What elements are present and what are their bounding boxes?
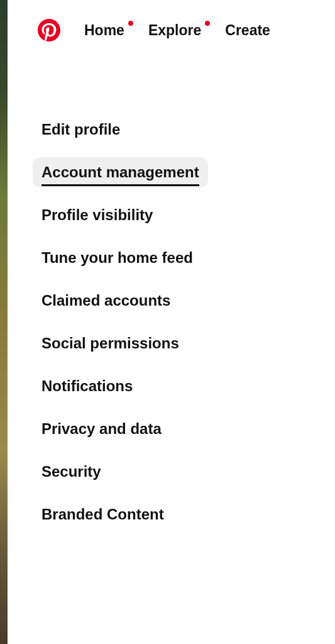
settings-item-label: Branded Content [41, 506, 164, 523]
settings-item-label: Edit profile [41, 121, 120, 138]
notification-dot-icon [128, 21, 133, 26]
settings-item-branded-content[interactable]: Branded Content [33, 499, 173, 530]
settings-item-notifications[interactable]: Notifications [33, 371, 141, 401]
settings-item-label: Security [41, 463, 101, 480]
settings-item-social-permissions[interactable]: Social permissions [33, 328, 188, 358]
nav-explore[interactable]: Explore [148, 22, 201, 39]
settings-item-edit-profile[interactable]: Edit profile [33, 114, 129, 145]
nav-create[interactable]: Create [225, 22, 270, 39]
main-content: Home Explore Create Edit profile Account… [8, 0, 335, 644]
notification-dot-icon [205, 21, 210, 26]
nav-create-label: Create [225, 22, 270, 39]
nav-home[interactable]: Home [84, 22, 124, 39]
nav-explore-label: Explore [148, 22, 201, 39]
settings-item-privacy-data[interactable]: Privacy and data [33, 414, 170, 444]
settings-item-profile-visibility[interactable]: Profile visibility [33, 200, 162, 230]
background-image-strip [0, 0, 8, 644]
nav-home-label: Home [84, 22, 124, 39]
settings-item-label: Profile visibility [41, 206, 153, 223]
settings-item-account-management[interactable]: Account management [33, 157, 208, 187]
settings-item-security[interactable]: Security [33, 457, 110, 487]
top-navbar: Home Explore Create [8, 0, 335, 42]
settings-item-tune-home-feed[interactable]: Tune your home feed [33, 243, 202, 273]
settings-item-claimed-accounts[interactable]: Claimed accounts [33, 286, 179, 316]
settings-item-label: Notifications [41, 377, 133, 394]
settings-sidebar: Edit profile Account management Profile … [8, 114, 335, 530]
settings-item-label: Social permissions [41, 335, 179, 352]
settings-item-label: Claimed accounts [41, 292, 170, 309]
settings-item-label: Account management [41, 164, 199, 180]
pinterest-icon [38, 19, 60, 42]
settings-item-label: Tune your home feed [41, 249, 193, 266]
settings-item-label: Privacy and data [41, 420, 162, 437]
pinterest-logo[interactable] [38, 19, 60, 42]
